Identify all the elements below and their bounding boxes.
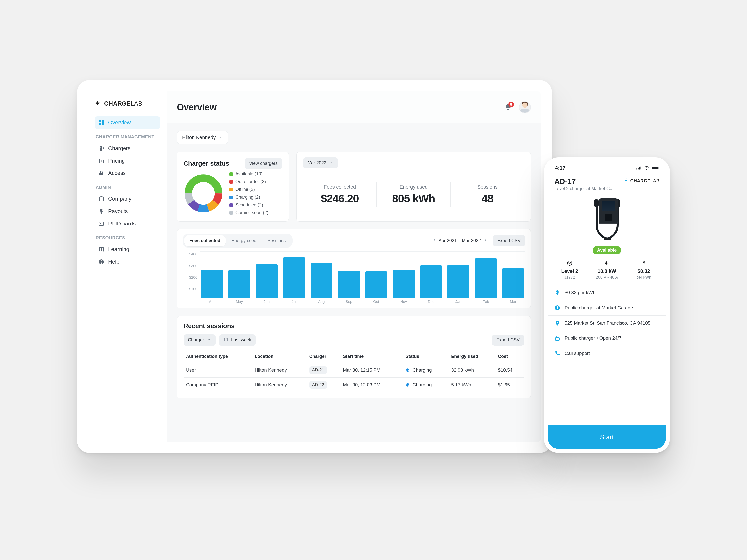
sidebar-item-overview[interactable]: Overview (95, 116, 160, 129)
info-icon (554, 305, 561, 311)
chart-bar (393, 270, 415, 298)
chart-tab[interactable]: Sessions (262, 235, 291, 246)
metric-label: Energy used (400, 184, 428, 190)
y-tick: $400 (189, 252, 198, 256)
info-row[interactable]: Public charger at Market Garage. (548, 300, 666, 316)
legend-label: Charging (2) (235, 195, 260, 200)
brand-logo: CHARGELAB (95, 100, 160, 108)
chart-y-axis: $400$300$200$100 (182, 251, 200, 304)
chevron-left-icon[interactable] (432, 238, 436, 243)
x-tick: Oct (365, 299, 387, 304)
table-header: Charger (307, 350, 340, 363)
sidebar-item-chargers[interactable]: Chargers (95, 142, 160, 155)
phone-statusbar: 4:17 (548, 161, 666, 175)
chevron-right-icon[interactable] (483, 238, 487, 243)
sidebar-item-label: Learning (108, 246, 129, 252)
legend-swatch (229, 172, 233, 176)
sidebar-item-label: Payouts (108, 208, 128, 215)
x-tick: Feb (475, 299, 497, 304)
notifications-button[interactable]: 8 (505, 103, 512, 111)
info-row[interactable]: $0.32 per kWh (548, 285, 666, 300)
nav-section-label: RESOURCES (96, 236, 159, 241)
chart-bar (365, 271, 387, 298)
y-tick: $300 (189, 264, 198, 268)
charger-specs: Level 2J177210.0 kW208 V • 48 A$0.32per … (548, 255, 666, 282)
x-tick: May (228, 299, 250, 304)
legend-swatch (229, 180, 233, 184)
location-select-label: Hilton Kennedy (182, 135, 216, 140)
info-text: Public charger • Open 24/7 (565, 336, 621, 341)
cell-energy: 32.93 kWh (449, 363, 495, 378)
info-row[interactable]: Call support (548, 346, 666, 361)
bell-icon (505, 107, 512, 111)
x-tick: Jun (256, 299, 278, 304)
table-header: Authentication type (183, 350, 252, 363)
x-tick: Dec (420, 299, 442, 304)
sessions-charger-filter[interactable]: Charger (183, 334, 216, 346)
sidebar-item-rfid[interactable]: RFID cards (95, 217, 160, 230)
pin-icon (554, 320, 561, 326)
sidebar: CHARGELAB OverviewCHARGER MANAGEMENTChar… (88, 91, 167, 442)
sidebar-item-learning[interactable]: Learning (95, 243, 160, 256)
spec-sub: J1772 (565, 275, 575, 279)
sidebar-item-help[interactable]: Help (95, 256, 160, 268)
start-button[interactable]: Start (548, 425, 666, 449)
info-row[interactable]: Public charger • Open 24/7 (548, 331, 666, 346)
chart-range-label: Apr 2021 – Mar 2022 (439, 238, 481, 243)
cell-location: Hilton Kennedy (252, 378, 307, 392)
y-tick: $200 (189, 275, 198, 279)
legend-swatch (229, 211, 233, 215)
sessions-charger-filter-label: Charger (188, 338, 204, 343)
chart-bar (310, 263, 332, 298)
plug-icon (567, 259, 573, 267)
sessions-export-button[interactable]: Export CSV (492, 335, 524, 346)
chart-bar (338, 271, 360, 298)
sessions-period-filter[interactable]: Last week (219, 334, 256, 346)
sidebar-item-label: RFID cards (108, 220, 136, 227)
table-row[interactable]: UserHilton KennedyAD-21Mar 30, 12:15 PMC… (183, 363, 524, 378)
sidebar-item-pricing[interactable]: Pricing (95, 155, 160, 167)
sidebar-item-company[interactable]: Company (95, 193, 160, 205)
legend-swatch (229, 196, 233, 199)
info-text: 525 Market St, San Francisco, CA 94105 (565, 320, 650, 326)
legend-swatch (229, 188, 233, 191)
metrics-period-select[interactable]: Mar 2022 (303, 157, 338, 168)
charger-image (548, 195, 666, 246)
chevron-down-icon (207, 338, 211, 343)
dollar-icon (554, 290, 561, 296)
cell-auth: User (183, 363, 252, 378)
y-tick: $100 (189, 287, 198, 291)
legend-label: Coming soon (2) (235, 210, 268, 215)
metric: Fees collected$246.20 (303, 182, 377, 207)
chart-bar (283, 257, 305, 298)
sidebar-item-payouts[interactable]: Payouts (95, 205, 160, 217)
chart-bar (447, 265, 469, 298)
chart-bar (475, 258, 497, 298)
topbar: Overview 8 (167, 91, 541, 124)
x-tick: Jan (447, 299, 469, 304)
chart-tab[interactable]: Energy used (226, 235, 262, 246)
table-header: Cost (495, 350, 524, 363)
bolt-icon (95, 100, 102, 108)
spec-item: 10.0 kW208 V • 48 A (588, 259, 625, 279)
legend-label: Offline (2) (235, 187, 255, 192)
legend-item: Out of order (2) (229, 179, 268, 184)
sidebar-item-label: Company (108, 196, 131, 202)
avatar[interactable] (519, 101, 531, 113)
table-row[interactable]: Company RFIDHilton KennedyAD-22Mar 30, 1… (183, 378, 524, 392)
legend-item: Scheduled (2) (229, 202, 268, 208)
chart-card: Fees collectedEnergy usedSessions Apr 20… (177, 229, 531, 309)
export-csv-button[interactable]: Export CSV (493, 235, 525, 246)
chart-tab[interactable]: Fees collected (184, 235, 226, 246)
view-chargers-button[interactable]: View chargers (245, 158, 282, 169)
info-row[interactable]: 525 Market St, San Francisco, CA 94105 (548, 316, 666, 331)
signal-icon (637, 165, 642, 171)
location-select[interactable]: Hilton Kennedy (177, 131, 228, 144)
unlock-icon (554, 335, 561, 341)
dashboard-icon (98, 119, 105, 126)
status-icon (405, 368, 410, 372)
sidebar-item-access[interactable]: Access (95, 167, 160, 180)
cell-start: Mar 30, 12:15 PM (340, 363, 403, 378)
spec-item: $0.32per kWh (625, 259, 662, 279)
info-text: $0.32 per kWh (565, 290, 596, 295)
